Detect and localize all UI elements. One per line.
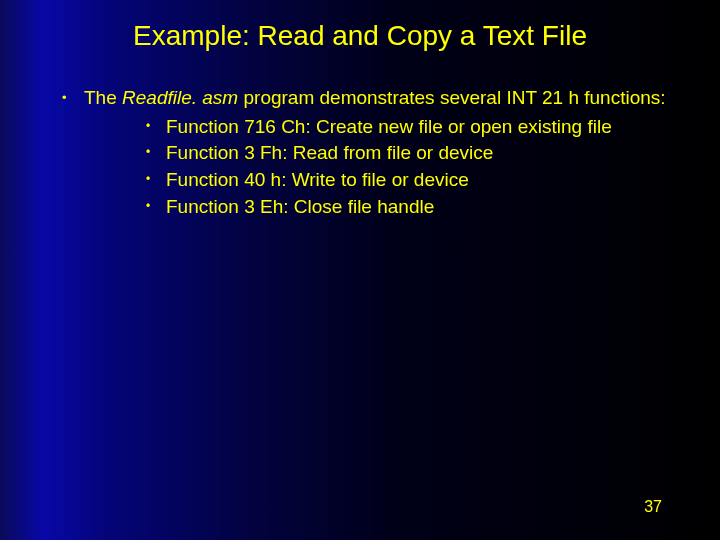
slide-content: • The Readfile. asm program demonstrates… — [0, 86, 720, 219]
function-text: Function 40 h: Write to file or device — [166, 168, 670, 193]
bullet-icon: • — [146, 141, 166, 166]
intro-suffix: program demonstrates several INT 21 h fu… — [238, 87, 665, 108]
list-item: • Function 3 Fh: Read from file or devic… — [146, 141, 670, 166]
bullet-icon: • — [146, 195, 166, 220]
function-text: Function 3 Eh: Close file handle — [166, 195, 670, 220]
page-number: 37 — [644, 498, 662, 516]
slide: Example: Read and Copy a Text File • The… — [0, 0, 720, 540]
bullet-icon: • — [146, 115, 166, 140]
list-item: • Function 3 Eh: Close file handle — [146, 195, 670, 220]
function-text: Function 3 Fh: Read from file or device — [166, 141, 670, 166]
intro-text: The Readfile. asm program demonstrates s… — [84, 86, 670, 111]
intro-prefix: The — [84, 87, 122, 108]
bullet-icon: • — [146, 168, 166, 193]
function-text: Function 716 Ch: Create new file or open… — [166, 115, 670, 140]
program-name: Readfile. asm — [122, 87, 238, 108]
list-item: • Function 40 h: Write to file or device — [146, 168, 670, 193]
function-list: • Function 716 Ch: Create new file or op… — [146, 115, 670, 220]
list-item: • Function 716 Ch: Create new file or op… — [146, 115, 670, 140]
slide-title: Example: Read and Copy a Text File — [0, 20, 720, 52]
bullet-item: • The Readfile. asm program demonstrates… — [62, 86, 670, 111]
bullet-icon: • — [62, 86, 84, 111]
